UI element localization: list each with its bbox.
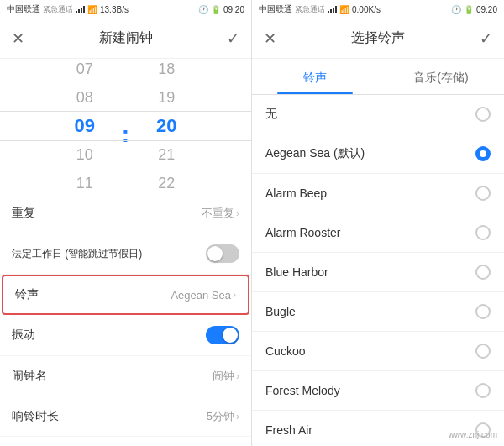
ringtone-name-none: 无 (265, 107, 277, 122)
left-confirm-button[interactable]: ✓ (227, 29, 239, 48)
right-wifi-icon: 📶 (339, 5, 349, 14)
ringtone-radio-bugle (475, 304, 491, 319)
workday-setting: 法定工作日 (智能跳过节假日) (0, 233, 251, 275)
signal-icon (76, 5, 85, 13)
ringtone-item-fresh-air[interactable]: Fresh Air (252, 411, 504, 446)
ringtone-name-alarm-beep: Alarm Beep (265, 186, 327, 200)
ringtone-name-cuckoo: Cuckoo (265, 344, 305, 358)
watermark: www.znj.com (449, 430, 497, 439)
left-close-icon: ✕ (12, 29, 24, 48)
ringtone-name-bugle: Bugle (265, 305, 296, 318)
left-close-button[interactable]: ✕ (12, 29, 24, 48)
duration-label: 响铃时长 (12, 409, 59, 424)
wifi-icon: 📶 (87, 5, 97, 14)
ringtone-list: 无 Aegean Sea (默认) Alarm Beep Alarm Roost… (252, 95, 504, 446)
right-close-button[interactable]: ✕ (264, 29, 276, 48)
left-check-icon: ✓ (227, 30, 239, 47)
ringtone-item-forest-melody[interactable]: Forest Melody (252, 371, 504, 411)
ringtone-radio-blue-harbor (475, 265, 491, 280)
ringtone-radio-none (475, 107, 491, 122)
ringtone-radio-aegean (475, 146, 491, 161)
right-clock-icon: 🕐 (451, 5, 461, 14)
vibrate-setting: 振动 (0, 315, 251, 356)
workday-label: 法定工作日 (智能跳过节假日) (12, 247, 142, 261)
ringtone-tabs: 铃声 音乐(存储) (252, 62, 504, 95)
right-emergency: 紧急通话 (295, 4, 325, 15)
left-speed: 13.3B/s (100, 5, 129, 14)
ringtone-radio-forest-melody (475, 383, 491, 398)
right-panel: 中国联通 紧急通话 📶 0.00K/s 🕐 🔋 09:20 ✕ 选择铃声 ✓ (252, 0, 504, 446)
ringtone-label: 铃声 (15, 287, 39, 302)
ringtone-radio-alarm-rooster (475, 225, 491, 240)
ringtone-item-blue-harbor[interactable]: Blue Harbor (252, 253, 504, 292)
left-emergency: 紧急通话 (43, 4, 73, 15)
minute-column[interactable]: 18 19 20 21 22 (133, 59, 200, 193)
tab-music[interactable]: 音乐(存储) (378, 62, 504, 94)
right-header: ✕ 选择铃声 ✓ (252, 18, 504, 59)
right-signal-icon (328, 5, 337, 13)
left-header: ✕ 新建闹钟 ✓ (0, 18, 251, 59)
repeat-value: 不重复 › (202, 206, 239, 221)
alarm-name-setting[interactable]: 闹钟名 闹钟 › (0, 356, 251, 396)
left-clock-icon: 🕐 (198, 5, 208, 14)
minute-19: 19 (133, 84, 200, 111)
ringtone-radio-cuckoo (475, 344, 491, 359)
ringtone-chevron: › (233, 289, 236, 301)
right-check-icon: ✓ (480, 30, 492, 47)
hour-10: 10 (51, 141, 118, 168)
left-carrier: 中国联通 (7, 3, 40, 15)
left-battery-icon: 🔋 (211, 5, 221, 14)
right-status-bar: 中国联通 紧急通话 📶 0.00K/s 🕐 🔋 09:20 (252, 0, 504, 18)
hour-08: 08 (51, 84, 118, 111)
time-colon: : (118, 121, 133, 148)
ringtone-item-none[interactable]: 无 (252, 95, 504, 134)
ringtone-item-aegean[interactable]: Aegean Sea (默认) (252, 134, 504, 174)
right-battery-icon: 🔋 (464, 5, 474, 14)
right-speed: 0.00K/s (352, 5, 381, 14)
ringtone-name-forest-melody: Forest Melody (265, 384, 340, 397)
ringtone-name-fresh-air: Fresh Air (265, 423, 312, 437)
hour-column[interactable]: 07 08 09 10 11 (51, 59, 118, 193)
time-picker[interactable]: 07 08 09 10 11 : 18 19 20 21 22 (0, 59, 251, 193)
workday-toggle-knob (207, 246, 223, 261)
right-confirm-button[interactable]: ✓ (480, 29, 492, 48)
right-status-left: 中国联通 紧急通话 📶 0.00K/s (259, 3, 381, 15)
ringtone-value: Aegean Sea › (171, 289, 236, 302)
ringtone-setting[interactable]: 铃声 Aegean Sea › (2, 275, 249, 315)
left-header-title: 新建闹钟 (99, 29, 153, 47)
hour-09: 09 (51, 113, 118, 139)
ringtone-item-alarm-beep[interactable]: Alarm Beep (252, 174, 504, 213)
alarm-name-chevron: › (236, 370, 239, 382)
right-carrier: 中国联通 (259, 3, 292, 15)
duration-value: 5分钟 › (207, 409, 239, 424)
repeat-setting[interactable]: 重复 不重复 › (0, 193, 251, 233)
hour-07: 07 (51, 59, 118, 82)
duration-chevron: › (236, 411, 239, 422)
repeat-label: 重复 (12, 206, 35, 221)
hour-11: 11 (51, 170, 118, 193)
vibrate-toggle[interactable] (206, 326, 239, 344)
settings-list: 重复 不重复 › 法定工作日 (智能跳过节假日) 铃声 Aegean Sea ›… (0, 193, 251, 446)
ringtone-name-blue-harbor: Blue Harbor (265, 265, 328, 279)
snooze-setting[interactable]: 再响间隔 10分钟，3次 › (0, 437, 251, 446)
alarm-name-label: 闹钟名 (12, 369, 47, 384)
left-status-bar: 中国联通 紧急通话 📶 13.3B/s 🕐 🔋 09:20 (0, 0, 251, 18)
ringtone-name-aegean: Aegean Sea (默认) (265, 146, 365, 161)
ringtone-name-alarm-rooster: Alarm Rooster (265, 226, 340, 239)
right-close-icon: ✕ (264, 29, 276, 48)
ringtone-item-cuckoo[interactable]: Cuckoo (252, 332, 504, 371)
left-panel: 中国联通 紧急通话 📶 13.3B/s 🕐 🔋 09:20 ✕ 新建闹钟 ✓ (0, 0, 252, 446)
tab-ringtone[interactable]: 铃声 (252, 62, 378, 94)
right-header-title: 选择铃声 (351, 29, 405, 47)
ringtone-item-bugle[interactable]: Bugle (252, 292, 504, 332)
ringtone-radio-alarm-beep (475, 186, 491, 201)
left-status-right: 🕐 🔋 09:20 (198, 5, 244, 14)
ringtone-item-alarm-rooster[interactable]: Alarm Rooster (252, 213, 504, 253)
workday-toggle[interactable] (206, 244, 239, 263)
minute-20: 20 (133, 113, 200, 139)
vibrate-toggle-knob (223, 328, 238, 343)
left-time: 09:20 (223, 5, 244, 14)
right-time: 09:20 (476, 5, 497, 14)
duration-setting[interactable]: 响铃时长 5分钟 › (0, 396, 251, 437)
alarm-name-value: 闹钟 › (213, 369, 239, 384)
